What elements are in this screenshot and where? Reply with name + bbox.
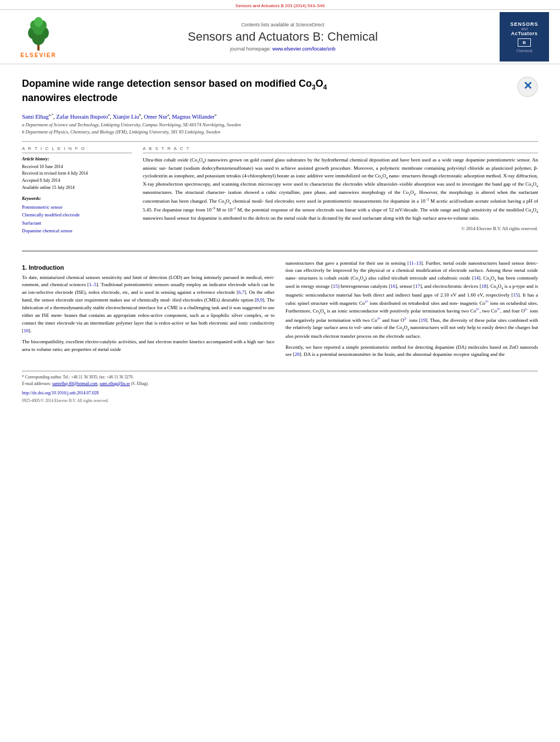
author-nur[interactable]: Omer Nur	[144, 113, 167, 119]
abstract-text: Ultra-thin cobalt oxide (Co3O4) nanowire…	[143, 157, 538, 222]
received-revised-date: Received in revised form 4 July 2014	[22, 170, 132, 177]
intro-para1: To date, miniaturized chemical sensors s…	[22, 274, 275, 336]
affiliation-a: a Department of Science and Technology, …	[22, 121, 538, 129]
keyword-4[interactable]: Dopamine chemical sensor	[22, 227, 132, 235]
body-right-col: nanostructures that gave a potential for…	[285, 260, 538, 362]
author-liu[interactable]: Xianjie Liu	[113, 113, 139, 119]
journal-homepage: journal homepage: www.elsevier.com/locat…	[66, 46, 500, 52]
sensors-logo-actuators: AcTuators	[511, 31, 537, 36]
footnote: * Corresponding author. Tel.: +46 11 36 …	[0, 372, 560, 389]
received-date: Received 10 June 2014	[22, 164, 132, 171]
footnote-star: * Corresponding author. Tel.: +46 11 36 …	[22, 374, 538, 380]
elsevier-logo: ELSEVIER	[20, 15, 56, 58]
intro-para-right1: nanostructures that gave a potential for…	[285, 260, 538, 341]
keyword-2[interactable]: Chemically modified electrode	[22, 211, 132, 219]
elsevier-logo-area: ELSEVIER	[11, 15, 66, 58]
keyword-3[interactable]: Surfactant	[22, 219, 132, 227]
info-abstract-section: A R T I C L E I N F O Article history: R…	[22, 141, 538, 235]
body-two-col: 1. Introduction To date, miniaturized ch…	[22, 260, 538, 362]
sensors-logo-and: and	[521, 27, 528, 31]
keyword-1[interactable]: Potentiometric sensor	[22, 203, 132, 211]
sensors-logo-chemical: Chemical	[516, 49, 532, 53]
body-left-col: 1. Introduction To date, miniaturized ch…	[22, 260, 275, 362]
crossmark-icon[interactable]: ✕	[517, 76, 538, 98]
author-elhag[interactable]: Sami Elhag	[22, 113, 49, 119]
footnote-email: E-mail addresses: samielhaj.60@hotmail.c…	[22, 381, 538, 387]
body-divider	[22, 250, 538, 252]
email-link-1[interactable]: samielhaj.60@hotmail.com	[52, 381, 98, 386]
elsevier-text: ELSEVIER	[20, 52, 56, 58]
available-date: Available online 15 July 2014	[22, 185, 132, 192]
journal-homepage-link[interactable]: www.elsevier.com/locate/snb	[272, 46, 335, 52]
article-title: Dopamine wide range detection sensor bas…	[22, 70, 327, 109]
author-ibupoto[interactable]: Zafar Hussain Ibupoto	[56, 113, 108, 119]
svg-point-7	[34, 17, 43, 27]
article-content: Dopamine wide range detection sensor bas…	[0, 64, 560, 246]
history-label: Article history:	[22, 157, 132, 161]
svg-text:✕: ✕	[523, 80, 533, 92]
page: Sensors and Actuators B 203 (2014) 543–5…	[0, 0, 560, 742]
article-info-col: A R T I C L E I N F O Article history: R…	[22, 146, 132, 235]
keywords-label: Keywords:	[22, 196, 132, 201]
journal-title: Sensors and Actuators B: Chemical	[66, 30, 500, 44]
affiliations: a Department of Science and Technology, …	[22, 121, 538, 136]
abstract-col: A B S T R A C T Ultra-thin cobalt oxide …	[143, 146, 538, 235]
sensors-logo-b-box: B	[518, 38, 531, 47]
email-link-2[interactable]: sami.elhag@liu.se	[99, 381, 130, 386]
title-row: Dopamine wide range detection sensor bas…	[22, 70, 538, 109]
intro-para2: The biocompatibility, excellent electro-…	[22, 338, 275, 354]
footer-doi: http://dx.doi.org/10.1016/j.snb.2014.07.…	[0, 389, 560, 397]
journal-citation: Sensors and Actuators B 203 (2014) 543–5…	[0, 0, 560, 9]
affiliation-b: b Department of Physics, Chemistry, and …	[22, 129, 538, 136]
abstract-header: A B S T R A C T	[143, 146, 538, 153]
article-info-header: A R T I C L E I N F O	[22, 146, 132, 153]
citation-text: Sensors and Actuators B 203 (2014) 543–5…	[236, 3, 324, 8]
footer-issn: 0925-4005/© 2014 Elsevier B.V. All right…	[0, 397, 560, 406]
accepted-date: Accepted 8 July 2014	[22, 177, 132, 185]
author-willander[interactable]: Magnus Willander	[172, 113, 215, 119]
doi-link[interactable]: http://dx.doi.org/10.1016/j.snb.2014.07.…	[22, 390, 99, 395]
body-content: 1. Introduction To date, miniaturized ch…	[0, 256, 560, 368]
journal-title-area: Contents lists available at ScienceDirec…	[66, 22, 500, 52]
authors: Sami Elhaga,*, Zafar Hussain Ibupotoa, X…	[22, 113, 538, 120]
intro-para-right2: Recently, we have reported a simple pote…	[285, 344, 538, 359]
elsevier-tree-icon	[22, 15, 55, 51]
journal-header: ELSEVIER Contents lists available at Sci…	[0, 9, 560, 64]
sensors-logo-sensors: SENSORS	[510, 21, 538, 27]
sensors-logo-area: SENSORS and AcTuators B Chemical	[500, 12, 549, 62]
contents-list-text: Contents lists available at ScienceDirec…	[66, 22, 500, 27]
section1-title: 1. Introduction	[22, 264, 275, 271]
copyright: © 2014 Elsevier B.V. All rights reserved…	[143, 226, 538, 231]
